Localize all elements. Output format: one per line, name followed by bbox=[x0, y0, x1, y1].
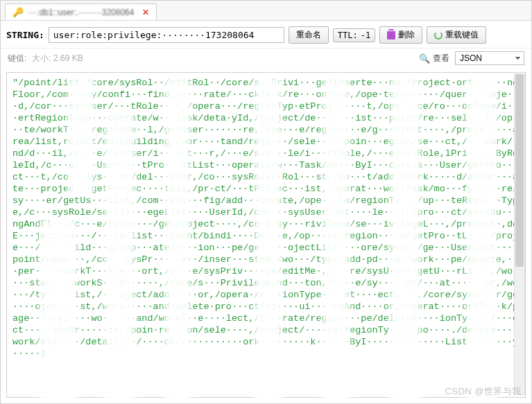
value-label: 键值: bbox=[8, 53, 26, 64]
ttl-label: TTL: bbox=[338, 30, 358, 40]
reload-icon bbox=[434, 31, 443, 39]
value-content-wrap: "/point/list,/core/sysRol··/editRol··/co… bbox=[1, 69, 531, 403]
vertical-scrollbar[interactable] bbox=[514, 72, 525, 395]
close-icon[interactable]: ✕ bbox=[142, 8, 149, 17]
tab-bar: 🔑 ····:db1::user:.··········3208064 ✕ bbox=[1, 1, 531, 21]
scrollbar-thumb[interactable] bbox=[515, 74, 524, 267]
type-label: STRING: bbox=[6, 30, 44, 40]
rename-button[interactable]: 重命名 bbox=[289, 26, 329, 44]
value-textarea[interactable]: "/point/list,/core/sysRol··/editRol··/co… bbox=[6, 72, 526, 398]
trash-icon bbox=[387, 31, 395, 39]
delete-button[interactable]: 删除 bbox=[379, 26, 422, 44]
value-subbar: 键值: 大小: 2.69 KB 🔍 查看 JSON bbox=[1, 49, 531, 69]
reload-label: 重载键值 bbox=[445, 29, 479, 41]
reload-button[interactable]: 重载键值 bbox=[427, 26, 486, 44]
active-tab[interactable]: 🔑 ····:db1::user:.··········3208064 ✕ bbox=[5, 3, 157, 20]
tab-label: ····:db1::user:.··········3208064 bbox=[28, 8, 134, 17]
key-icon: 🔑 bbox=[12, 7, 24, 17]
format-select[interactable]: JSON bbox=[455, 51, 524, 65]
magnifier-icon: 🔍 bbox=[419, 53, 430, 64]
size-text: 大小: 2.69 KB bbox=[32, 53, 83, 64]
view-button[interactable]: 🔍 查看 bbox=[419, 53, 449, 64]
delete-label: 删除 bbox=[398, 29, 415, 41]
view-label: 查看 bbox=[433, 53, 449, 64]
ttl-display[interactable]: TTL: -1 bbox=[333, 28, 375, 42]
key-toolbar: STRING: 重命名 TTL: -1 删除 重载键值 bbox=[1, 21, 531, 49]
ttl-value: -1 bbox=[361, 30, 370, 40]
key-name-input[interactable] bbox=[49, 27, 284, 43]
